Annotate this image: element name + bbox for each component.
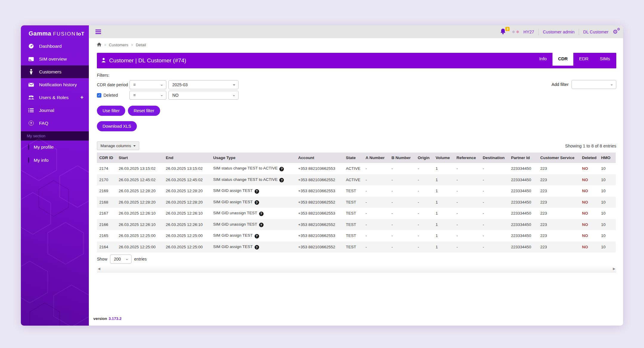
cell-state: TEST [343,208,363,219]
col-a-number[interactable]: A Number [363,153,389,163]
sidebar-item-faq[interactable]: ? FAQ [21,117,89,130]
customer-link[interactable]: DL Customer [583,30,609,34]
manage-columns-button[interactable]: Manage columns [97,141,139,150]
table-row[interactable]: 2170 26.03.2025 12:45:02 26.03.2025 12:4… [97,174,616,186]
tab-info[interactable]: Info [534,51,552,66]
breadcrumb-customers[interactable]: Customers [109,43,128,47]
use-filter-button[interactable]: Use filter [97,106,125,116]
role-link[interactable]: Customer admin [543,30,575,34]
scroll-right-icon[interactable]: ▶ [613,267,615,271]
sidebar-item-journal[interactable]: Journal [21,104,89,117]
help-icon[interactable]: ? [255,234,259,238]
cell-cdr-id: 2168 [97,197,116,208]
filter-row-deleted: ✓ Deleted =⌄ NO⌄ [97,91,616,100]
cell-partner-id: 223334450 [509,163,538,174]
cell-partner-id: 223334450 [509,208,538,219]
col-cdr-id[interactable]: CDR ID [97,153,116,163]
version-number[interactable]: 3.173.2 [109,316,121,321]
cell-cdr-id: 2165 [97,230,116,241]
table-row[interactable]: 2167 26.03.2025 12:26:10 26.03.2025 12:2… [97,208,616,219]
col-volume[interactable]: Volume [433,153,454,163]
table-row[interactable]: 2169 26.03.2025 12:28:20 26.03.2025 12:2… [97,185,616,197]
deleted-value-select[interactable]: NO⌄ [168,91,239,100]
tab-edr[interactable]: EDR [573,51,594,66]
help-icon[interactable]: ? [259,223,264,227]
table-row[interactable]: 2165 26.03.2025 12:25:00 26.03.2025 12:2… [97,230,616,241]
divider [538,29,539,35]
expand-plus-icon[interactable]: + [80,94,85,101]
cell-account: +353 882103662552 [296,219,343,230]
tab-sims[interactable]: SIMs [594,51,616,66]
customer-icon [27,69,35,75]
cell-destination: - [480,219,509,230]
operator-select[interactable]: =⌄ [129,80,166,89]
logo-fusion: FUSION [53,31,76,37]
cell-volume: 1 [433,230,454,241]
col-partner-id[interactable]: Partner Id [509,153,538,163]
sidebar-item-users-roles[interactable]: Users & Roles + [21,91,89,104]
cell-origin: - [415,219,433,230]
sidebar-item-my-info[interactable]: My info [21,154,89,167]
cell-volume: 1 [433,174,454,186]
cell-hmo: 10 [599,241,616,253]
sidebar-item-notification-history[interactable]: Notification history [21,78,89,91]
cell-deleted: NO [580,197,599,208]
col-origin[interactable]: Origin [415,153,433,163]
table-row[interactable]: 2166 26.03.2025 12:26:10 26.03.2025 12:2… [97,219,616,230]
org-code-link[interactable]: HY27 [523,30,534,34]
horizontal-scrollbar[interactable]: ◀ ▶ [97,266,616,272]
col-deleted[interactable]: Deleted [580,153,599,163]
col-state[interactable]: State [343,153,363,163]
sidebar-item-customers[interactable]: Customers [21,65,89,78]
help-icon[interactable]: ? [259,212,264,216]
col-reference[interactable]: Reference [454,153,480,163]
filter-buttons: Use filter Reset filter [97,106,616,116]
table-row[interactable]: 2174 26.03.2025 13:15:02 26.03.2025 13:1… [97,163,616,174]
breadcrumb-separator: > [131,43,133,47]
download-xls-button[interactable]: Download XLS [97,121,137,131]
help-icon[interactable]: ? [279,178,284,182]
table-row[interactable]: 2168 26.03.2025 12:28:20 26.03.2025 12:2… [97,197,616,208]
hamburger-menu-icon[interactable] [95,30,101,34]
cell-customer-service: 223 [538,241,580,253]
col-customer-service[interactable]: Customer Service [538,153,580,163]
divider [579,29,579,35]
page-size-select[interactable]: 200⌄ [110,255,131,264]
sidebar-item-sim-overview[interactable]: SIM overview [21,53,89,65]
col-start[interactable]: Start [116,153,163,163]
help-icon[interactable]: ? [255,200,259,205]
cell-origin: - [415,185,433,197]
col-hmo[interactable]: HMO [599,153,616,163]
deleted-filter-checkbox[interactable]: ✓ [97,93,101,98]
sidebar-item-dashboard[interactable]: Dashboard [21,40,89,53]
flower-icon[interactable]: ✻ [516,30,519,34]
notifications-bell-icon[interactable]: 3 [500,28,508,36]
help-icon[interactable]: ? [255,189,259,194]
sidebar-item-label: SIM overview [39,56,67,62]
col-usage-type[interactable]: Usage Type [211,153,296,163]
col-b-number[interactable]: B Number [389,153,415,163]
cell-usage-type: SIM GID assign TEST? [211,241,296,253]
gears-settings-icon[interactable]: ⚙⚙ [613,29,618,35]
cell-reference: - [454,185,480,197]
table-row[interactable]: 2164 26.03.2025 12:25:00 26.03.2025 12:2… [97,241,616,253]
operator-select[interactable]: =⌄ [129,91,166,100]
sim-card-icon [27,57,35,61]
scroll-left-icon[interactable]: ◀ [98,267,100,271]
flower-icon[interactable]: ✻ [512,30,515,34]
add-filter-select[interactable]: ⌄ [572,80,616,89]
cell-cdr-id: 2166 [97,219,116,230]
sidebar-item-my-profile[interactable]: My profile [21,141,89,154]
cdr-date-period-select[interactable]: 2025-03 [168,80,239,89]
col-account[interactable]: Account [296,153,343,163]
col-destination[interactable]: Destination [480,153,509,163]
col-end[interactable]: End [163,153,211,163]
help-icon[interactable]: ? [255,245,259,250]
tab-cdr[interactable]: CDR [552,51,574,66]
operator-value: = [133,82,136,87]
cell-reference: - [454,174,480,186]
cell-state: ACTIVE [343,163,363,174]
reset-filter-button[interactable]: Reset filter [128,106,160,116]
help-icon[interactable]: ? [279,167,284,171]
home-icon[interactable] [97,42,101,47]
